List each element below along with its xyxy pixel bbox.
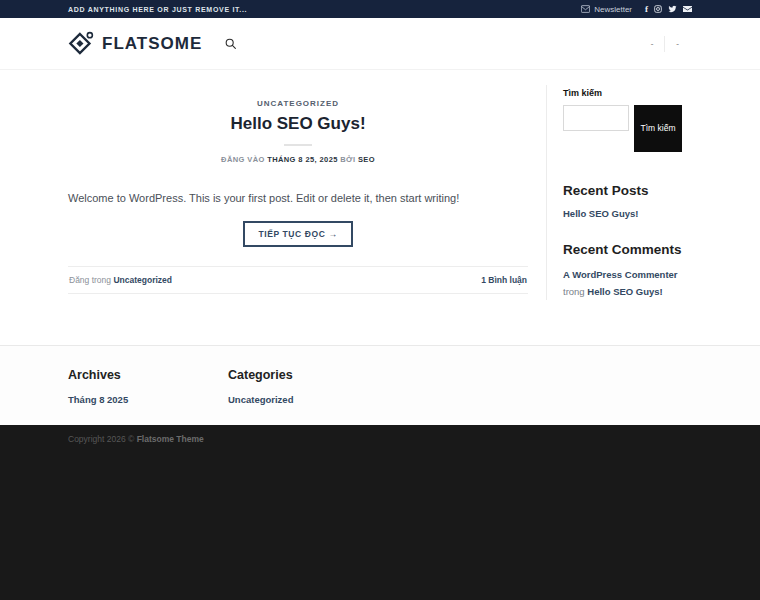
footer-category-link[interactable]: Uncategorized — [228, 394, 293, 405]
recent-posts-widget: Recent Posts Hello SEO Guys! — [563, 183, 692, 221]
posted-in-category-link[interactable]: Uncategorized — [113, 275, 172, 285]
header-menu-item-2[interactable]: - — [665, 39, 690, 48]
entry-meta-row: Đăng trong Uncategorized 1 Bình luận — [68, 266, 528, 294]
sidebar-search-label: Tìm kiếm — [563, 88, 692, 98]
copyright-text: Copyright 2026 © Flatsome Theme — [68, 434, 692, 444]
absolute-footer: Copyright 2026 © Flatsome Theme — [0, 425, 760, 600]
flatsome-diamond-icon — [68, 30, 95, 57]
main-content: UNCATEGORIZED Hello SEO Guys! ĐĂNG VÀO T… — [0, 70, 760, 345]
sidebar: Tìm kiếm Tìm kiếm Recent Posts Hello SEO… — [546, 85, 692, 300]
top-bar: ADD ANYTHING HERE OR JUST REMOVE IT... N… — [0, 0, 760, 18]
comment-in-label: trong — [563, 286, 585, 297]
copyright-brand-link[interactable]: Flatsome Theme — [137, 434, 204, 444]
envelope-icon — [581, 5, 590, 13]
post-category-link[interactable]: UNCATEGORIZED — [257, 99, 339, 108]
header-menu: - - — [640, 36, 690, 52]
post-author-link[interactable]: SEO — [358, 155, 375, 164]
logo-text: FLATSOME — [102, 34, 202, 54]
instagram-icon[interactable] — [654, 5, 662, 13]
recent-comments-title: Recent Comments — [563, 242, 692, 257]
header-menu-item-1[interactable]: - — [640, 39, 665, 48]
post-meta: ĐĂNG VÀO THÁNG 8 25, 2025 BỞI SEO — [68, 155, 528, 164]
comment-author-link[interactable]: A WordPress Commenter — [563, 269, 678, 280]
footer-widgets: Archives Tháng 8 2025 Categories Uncateg… — [0, 345, 760, 425]
copyright-prefix: Copyright 2026 © — [68, 434, 137, 444]
recent-posts-title: Recent Posts — [563, 183, 692, 198]
topbar-right: Newsletter f — [581, 5, 692, 14]
facebook-icon[interactable]: f — [645, 5, 648, 14]
recent-comments-widget: Recent Comments A WordPress Commenter tr… — [563, 242, 692, 300]
recent-post-link[interactable]: Hello SEO Guys! — [563, 208, 639, 219]
topbar-message: ADD ANYTHING HERE OR JUST REMOVE IT... — [68, 6, 247, 13]
posted-in-label: Đăng trong — [69, 275, 111, 285]
title-divider — [284, 144, 312, 146]
recent-comment-item: A WordPress Commenter trong Hello SEO Gu… — [563, 267, 692, 300]
post-title[interactable]: Hello SEO Guys! — [68, 114, 528, 134]
search-icon[interactable] — [224, 37, 237, 50]
email-icon[interactable] — [683, 5, 692, 13]
categories-title: Categories — [228, 368, 388, 382]
archives-widget: Archives Tháng 8 2025 — [68, 368, 228, 407]
post-excerpt: Welcome to WordPress. This is your first… — [68, 191, 528, 206]
sidebar-search-button[interactable]: Tìm kiếm — [634, 105, 682, 152]
categories-widget: Categories Uncategorized — [228, 368, 388, 407]
site-header: FLATSOME - - — [0, 18, 760, 70]
by-label: BỞI — [340, 155, 355, 164]
posted-on-label: ĐĂNG VÀO — [221, 155, 265, 164]
comment-post-link[interactable]: Hello SEO Guys! — [587, 286, 663, 297]
read-more-button[interactable]: TIẾP TỤC ĐỌC → — [243, 221, 352, 247]
flatsome-logo[interactable]: FLATSOME — [68, 30, 202, 57]
archive-month-link[interactable]: Tháng 8 2025 — [68, 394, 128, 405]
archives-title: Archives — [68, 368, 228, 382]
twitter-icon[interactable] — [668, 5, 677, 13]
newsletter-label: Newsletter — [594, 5, 632, 14]
post-date: THÁNG 8 25, 2025 — [267, 155, 338, 164]
post-article: UNCATEGORIZED Hello SEO Guys! ĐĂNG VÀO T… — [68, 85, 528, 300]
social-icons: f — [645, 5, 692, 14]
comments-count-link[interactable]: 1 Bình luận — [481, 275, 527, 285]
sidebar-search-input[interactable] — [563, 105, 629, 131]
newsletter-link[interactable]: Newsletter — [581, 5, 632, 14]
